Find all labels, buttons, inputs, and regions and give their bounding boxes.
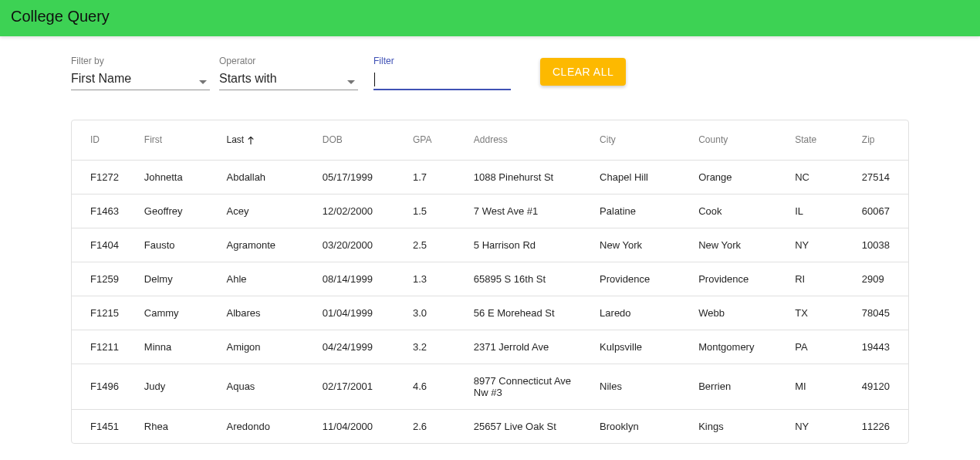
table-row[interactable]: F1451RheaAredondo11/04/20002.625657 Live… — [72, 409, 908, 443]
cell-state: MI — [787, 364, 854, 409]
cell-gpa: 2.6 — [405, 409, 466, 443]
cell-dob: 04/24/1999 — [315, 330, 405, 364]
cell-last: Amigon — [219, 330, 315, 364]
column-header-city[interactable]: City — [592, 120, 691, 160]
main-content: Filter by First Name Operator Starts wit… — [0, 36, 980, 444]
cell-state: NY — [787, 409, 854, 443]
cell-id: F1463 — [72, 194, 137, 228]
filter-by-value: First Name — [71, 70, 210, 90]
operator-label: Operator — [219, 55, 358, 67]
cell-id: F1451 — [72, 409, 137, 443]
table-row[interactable]: F1211MinnaAmigon04/24/19993.22371 Jerrol… — [72, 330, 908, 364]
clear-all-button[interactable]: CLEAR ALL — [540, 58, 626, 86]
cell-zip: 10038 — [854, 228, 908, 262]
column-header-label: Address — [474, 134, 508, 145]
cell-first: Cammy — [137, 296, 219, 330]
cell-addr: 56 E Morehead St — [466, 296, 592, 330]
results-table-container: IDFirstLastDOBGPAAddressCityCountyStateZ… — [71, 120, 909, 444]
cell-city: Chapel Hill — [592, 160, 691, 194]
table-row[interactable]: F1215CammyAlbares01/04/19993.056 E Moreh… — [72, 296, 908, 330]
operator-select[interactable]: Operator Starts with — [219, 55, 358, 90]
cell-first: Judy — [137, 364, 219, 409]
column-header-id[interactable]: ID — [72, 120, 137, 160]
cell-first: Johnetta — [137, 160, 219, 194]
cell-last: Aquas — [219, 364, 315, 409]
cell-addr: 5 Harrison Rd — [466, 228, 592, 262]
cell-addr: 65895 S 16th St — [466, 262, 592, 296]
column-header-zip[interactable]: Zip — [854, 120, 908, 160]
column-header-addr[interactable]: Address — [466, 120, 592, 160]
chevron-down-icon — [347, 80, 355, 84]
table-head: IDFirstLastDOBGPAAddressCityCountyStateZ… — [72, 120, 908, 160]
cell-id: F1211 — [72, 330, 137, 364]
cell-city: Laredo — [592, 296, 691, 330]
table-body: F1272JohnettaAbdallah05/17/19991.71088 P… — [72, 160, 908, 443]
column-header-county[interactable]: County — [691, 120, 787, 160]
column-header-label: State — [795, 134, 816, 145]
table-row[interactable]: F1259DelmyAhle08/14/19991.365895 S 16th … — [72, 262, 908, 296]
cell-gpa: 1.5 — [405, 194, 466, 228]
cell-zip: 27514 — [854, 160, 908, 194]
cell-first: Geoffrey — [137, 194, 219, 228]
column-header-label: County — [698, 134, 728, 145]
cell-state: RI — [787, 262, 854, 296]
cell-county: Berrien — [691, 364, 787, 409]
column-header-label: ID — [90, 134, 100, 145]
cell-city: New York — [592, 228, 691, 262]
table-row[interactable]: F1463GeoffreyAcey12/02/20001.57 West Ave… — [72, 194, 908, 228]
cell-zip: 2909 — [854, 262, 908, 296]
column-header-gpa[interactable]: GPA — [405, 120, 466, 160]
cell-first: Minna — [137, 330, 219, 364]
cell-gpa: 4.6 — [405, 364, 466, 409]
chevron-down-icon — [199, 80, 207, 84]
filter-by-select[interactable]: Filter by First Name — [71, 55, 210, 90]
cell-dob: 11/04/2000 — [315, 409, 405, 443]
table-row[interactable]: F1496JudyAquas02/17/20014.68977 Connecti… — [72, 364, 908, 409]
cell-county: Kings — [691, 409, 787, 443]
cell-zip: 11226 — [854, 409, 908, 443]
cell-addr: 2371 Jerrold Ave — [466, 330, 592, 364]
column-header-dob[interactable]: DOB — [315, 120, 405, 160]
filter-input[interactable] — [373, 70, 511, 90]
cell-zip: 49120 — [854, 364, 908, 409]
cell-zip: 19443 — [854, 330, 908, 364]
cell-city: Niles — [592, 364, 691, 409]
cell-city: Kulpsville — [592, 330, 691, 364]
table-row[interactable]: F1272JohnettaAbdallah05/17/19991.71088 P… — [72, 160, 908, 194]
cell-last: Aredondo — [219, 409, 315, 443]
cell-state: IL — [787, 194, 854, 228]
cell-state: NY — [787, 228, 854, 262]
cell-id: F1496 — [72, 364, 137, 409]
cell-addr: 7 West Ave #1 — [466, 194, 592, 228]
filter-by-label: Filter by — [71, 55, 210, 67]
cell-last: Acey — [219, 194, 315, 228]
text-cursor — [374, 73, 375, 86]
column-header-label: Last — [227, 134, 245, 145]
cell-id: F1272 — [72, 160, 137, 194]
cell-county: Cook — [691, 194, 787, 228]
operator-value: Starts with — [219, 70, 358, 90]
cell-state: PA — [787, 330, 854, 364]
cell-last: Abdallah — [219, 160, 315, 194]
cell-dob: 12/02/2000 — [315, 194, 405, 228]
cell-addr: 25657 Live Oak St — [466, 409, 592, 443]
table-header-row: IDFirstLastDOBGPAAddressCityCountyStateZ… — [72, 120, 908, 160]
cell-county: Webb — [691, 296, 787, 330]
cell-dob: 03/20/2000 — [315, 228, 405, 262]
cell-state: TX — [787, 296, 854, 330]
cell-state: NC — [787, 160, 854, 194]
cell-first: Fausto — [137, 228, 219, 262]
column-header-first[interactable]: First — [137, 120, 219, 160]
column-header-state[interactable]: State — [787, 120, 854, 160]
results-table: IDFirstLastDOBGPAAddressCityCountyStateZ… — [72, 120, 908, 443]
cell-addr: 1088 Pinehurst St — [466, 160, 592, 194]
cell-id: F1259 — [72, 262, 137, 296]
column-header-last[interactable]: Last — [219, 120, 315, 160]
cell-dob: 05/17/1999 — [315, 160, 405, 194]
cell-gpa: 1.7 — [405, 160, 466, 194]
cell-last: Agramonte — [219, 228, 315, 262]
column-header-label: GPA — [413, 134, 431, 145]
table-row[interactable]: F1404FaustoAgramonte03/20/20002.55 Harri… — [72, 228, 908, 262]
cell-gpa: 3.2 — [405, 330, 466, 364]
filters-row: Filter by First Name Operator Starts wit… — [71, 55, 909, 90]
